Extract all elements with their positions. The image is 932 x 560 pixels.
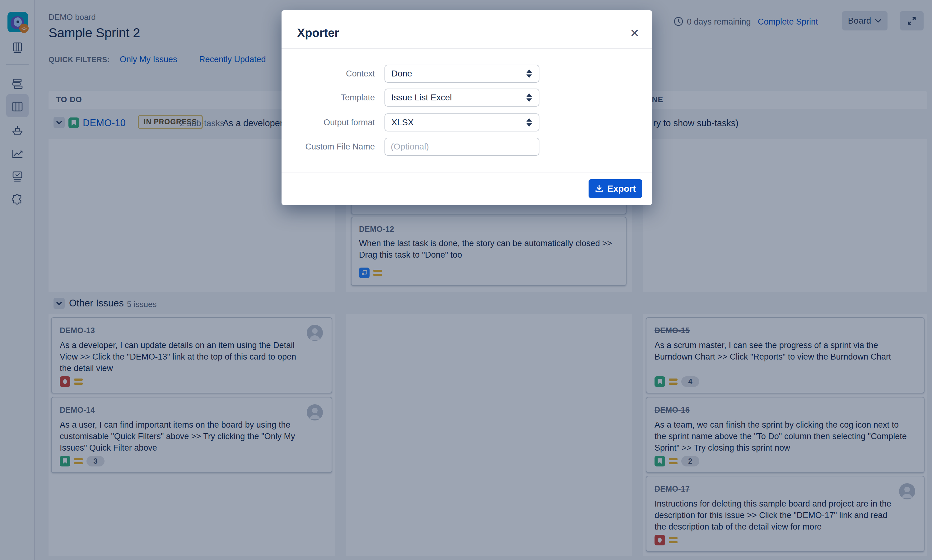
template-value: Issue List Excel [391,92,452,103]
export-button-label: Export [607,184,636,194]
context-label: Context [282,69,375,78]
custom-file-name-label: Custom File Name [282,142,375,152]
close-icon[interactable]: ✕ [630,28,639,39]
select-arrows-icon [526,94,532,102]
export-button[interactable]: Export [589,179,642,198]
output-format-value: XLSX [391,117,414,128]
context-value: Done [391,69,412,78]
download-icon [595,184,603,193]
dialog-header-divider [282,48,652,49]
dialog-title: Xporter [297,26,339,40]
output-format-select[interactable]: XLSX [384,114,539,131]
output-format-label: Output format [282,118,375,128]
select-arrows-icon [526,69,532,78]
custom-file-name-input[interactable] [384,138,539,156]
template-select[interactable]: Issue List Excel [384,89,539,106]
dialog-footer-divider [282,172,652,172]
xporter-dialog: Xporter ✕ Context Done Template Issue Li… [282,10,652,205]
template-label: Template [282,93,375,103]
select-arrows-icon [526,118,532,127]
context-select[interactable]: Done [384,65,539,83]
